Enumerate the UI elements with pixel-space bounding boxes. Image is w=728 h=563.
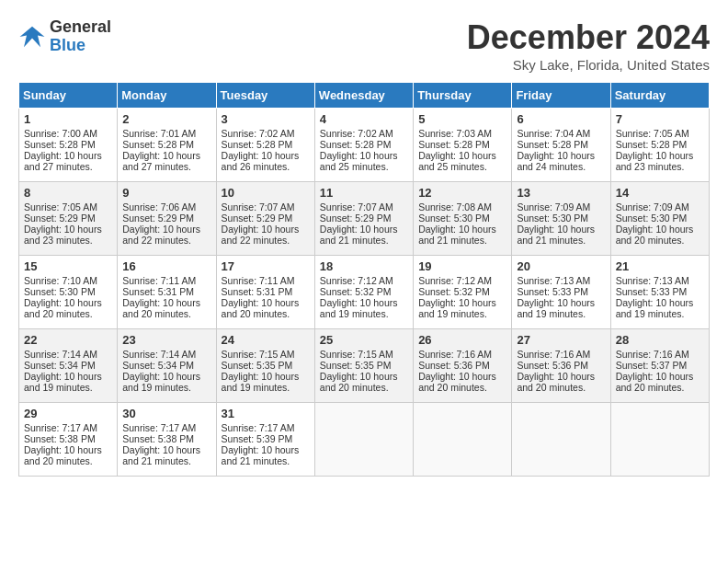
sunrise-label: Sunrise: 7:09 AM <box>616 201 689 213</box>
sunrise-label: Sunrise: 7:11 AM <box>122 275 196 286</box>
sunrise-label: Sunrise: 7:06 AM <box>122 201 196 213</box>
daylight-label: Daylight: 10 hours and 19 minutes. <box>320 297 398 319</box>
daylight-label: Daylight: 10 hours and 20 minutes. <box>222 297 300 319</box>
day-number: 6 <box>517 112 605 126</box>
daylight-label: Daylight: 10 hours and 19 minutes. <box>616 297 694 319</box>
daylight-label: Daylight: 10 hours and 19 minutes. <box>222 371 300 393</box>
sunset-label: Sunset: 5:28 PM <box>418 139 490 150</box>
location: Sky Lake, Florida, United States <box>467 57 710 73</box>
sunset-label: Sunset: 5:28 PM <box>24 139 96 150</box>
daylight-label: Daylight: 10 hours and 21 minutes. <box>418 224 496 246</box>
sunset-label: Sunset: 5:39 PM <box>222 433 293 444</box>
logo-text: General Blue <box>50 18 111 55</box>
calendar-cell: 28 Sunrise: 7:16 AM Sunset: 5:37 PM Dayl… <box>610 329 709 403</box>
week-row-3: 15 Sunrise: 7:10 AM Sunset: 5:30 PM Dayl… <box>19 256 710 329</box>
day-number: 23 <box>122 333 210 347</box>
week-row-1: 1 Sunrise: 7:00 AM Sunset: 5:28 PM Dayli… <box>19 109 710 182</box>
sunset-label: Sunset: 5:30 PM <box>517 213 588 224</box>
sunrise-label: Sunrise: 7:02 AM <box>320 128 393 139</box>
calendar-cell: 23 Sunrise: 7:14 AM Sunset: 5:34 PM Dayl… <box>118 329 216 403</box>
sunset-label: Sunset: 5:32 PM <box>320 286 392 297</box>
calendar-cell: 11 Sunrise: 7:07 AM Sunset: 5:29 PM Dayl… <box>314 182 413 256</box>
sunrise-label: Sunrise: 7:14 AM <box>24 349 97 360</box>
day-number: 13 <box>517 186 605 200</box>
daylight-label: Daylight: 10 hours and 21 minutes. <box>122 444 200 466</box>
calendar-cell: 8 Sunrise: 7:05 AM Sunset: 5:29 PM Dayli… <box>19 182 118 256</box>
calendar-cell: 26 Sunrise: 7:16 AM Sunset: 5:36 PM Dayl… <box>414 329 512 403</box>
sunrise-label: Sunrise: 7:14 AM <box>122 349 196 360</box>
day-number: 14 <box>616 186 704 200</box>
day-number: 18 <box>320 259 408 273</box>
day-number: 4 <box>320 112 408 126</box>
logo: General Blue <box>18 18 111 55</box>
sunrise-label: Sunrise: 7:10 AM <box>24 275 97 286</box>
sunrise-label: Sunrise: 7:15 AM <box>320 349 393 360</box>
sunset-label: Sunset: 5:29 PM <box>222 213 293 224</box>
day-number: 27 <box>517 333 605 347</box>
sunset-label: Sunset: 5:28 PM <box>122 139 194 150</box>
day-number: 25 <box>320 333 408 347</box>
daylight-label: Daylight: 10 hours and 20 minutes. <box>616 224 694 246</box>
sunset-label: Sunset: 5:28 PM <box>517 139 588 150</box>
calendar-cell: 10 Sunrise: 7:07 AM Sunset: 5:29 PM Dayl… <box>216 182 314 256</box>
day-number: 7 <box>616 112 704 126</box>
day-number: 11 <box>320 186 408 200</box>
day-header-sunday: Sunday <box>19 83 118 109</box>
calendar-cell <box>314 403 413 477</box>
day-number: 3 <box>222 112 310 126</box>
week-row-4: 22 Sunrise: 7:14 AM Sunset: 5:34 PM Dayl… <box>19 329 710 403</box>
sunset-label: Sunset: 5:28 PM <box>320 139 392 150</box>
daylight-label: Daylight: 10 hours and 21 minutes. <box>222 444 300 466</box>
day-number: 5 <box>418 112 506 126</box>
daylight-label: Daylight: 10 hours and 26 minutes. <box>222 150 300 172</box>
sunrise-label: Sunrise: 7:16 AM <box>418 349 492 360</box>
calendar-cell: 29 Sunrise: 7:17 AM Sunset: 5:38 PM Dayl… <box>19 403 118 477</box>
calendar-body: 1 Sunrise: 7:00 AM Sunset: 5:28 PM Dayli… <box>19 109 710 477</box>
sunset-label: Sunset: 5:28 PM <box>616 139 688 150</box>
sunrise-label: Sunrise: 7:13 AM <box>616 275 689 286</box>
sunrise-label: Sunrise: 7:08 AM <box>418 201 492 213</box>
daylight-label: Daylight: 10 hours and 20 minutes. <box>517 371 595 393</box>
day-number: 20 <box>517 259 605 273</box>
sunrise-label: Sunrise: 7:11 AM <box>222 275 295 286</box>
calendar-cell: 15 Sunrise: 7:10 AM Sunset: 5:30 PM Dayl… <box>19 256 118 329</box>
calendar-cell: 24 Sunrise: 7:15 AM Sunset: 5:35 PM Dayl… <box>216 329 314 403</box>
daylight-label: Daylight: 10 hours and 19 minutes. <box>24 371 102 393</box>
calendar-cell <box>512 403 610 477</box>
sunrise-label: Sunrise: 7:05 AM <box>24 201 97 213</box>
day-number: 1 <box>24 112 112 126</box>
sunset-label: Sunset: 5:29 PM <box>122 213 194 224</box>
daylight-label: Daylight: 10 hours and 19 minutes. <box>418 297 496 319</box>
day-number: 21 <box>616 259 704 273</box>
daylight-label: Daylight: 10 hours and 27 minutes. <box>122 150 200 172</box>
day-number: 12 <box>418 186 506 200</box>
day-number: 16 <box>122 259 210 273</box>
calendar-cell <box>610 403 709 477</box>
sunrise-label: Sunrise: 7:02 AM <box>222 128 295 139</box>
daylight-label: Daylight: 10 hours and 20 minutes. <box>24 444 102 466</box>
daylight-label: Daylight: 10 hours and 20 minutes. <box>320 371 398 393</box>
calendar-cell: 17 Sunrise: 7:11 AM Sunset: 5:31 PM Dayl… <box>216 256 314 329</box>
sunset-label: Sunset: 5:36 PM <box>418 360 490 371</box>
day-number: 19 <box>418 259 506 273</box>
sunset-label: Sunset: 5:30 PM <box>616 213 688 224</box>
daylight-label: Daylight: 10 hours and 21 minutes. <box>517 224 595 246</box>
day-number: 26 <box>418 333 506 347</box>
sunrise-label: Sunrise: 7:13 AM <box>517 275 590 286</box>
day-number: 30 <box>122 407 210 420</box>
calendar-cell: 1 Sunrise: 7:00 AM Sunset: 5:28 PM Dayli… <box>19 109 118 182</box>
daylight-label: Daylight: 10 hours and 23 minutes. <box>24 224 102 246</box>
day-number: 24 <box>222 333 310 347</box>
calendar-cell: 30 Sunrise: 7:17 AM Sunset: 5:38 PM Dayl… <box>118 403 216 477</box>
sunrise-label: Sunrise: 7:15 AM <box>222 349 295 360</box>
daylight-label: Daylight: 10 hours and 24 minutes. <box>517 150 595 172</box>
sunrise-label: Sunrise: 7:17 AM <box>222 422 295 433</box>
daylight-label: Daylight: 10 hours and 19 minutes. <box>122 371 200 393</box>
calendar-cell <box>414 403 512 477</box>
sunset-label: Sunset: 5:38 PM <box>122 433 194 444</box>
week-row-2: 8 Sunrise: 7:05 AM Sunset: 5:29 PM Dayli… <box>19 182 710 256</box>
sunrise-label: Sunrise: 7:00 AM <box>24 128 97 139</box>
daylight-label: Daylight: 10 hours and 19 minutes. <box>517 297 595 319</box>
day-number: 8 <box>24 186 112 200</box>
day-header-friday: Friday <box>512 83 610 109</box>
